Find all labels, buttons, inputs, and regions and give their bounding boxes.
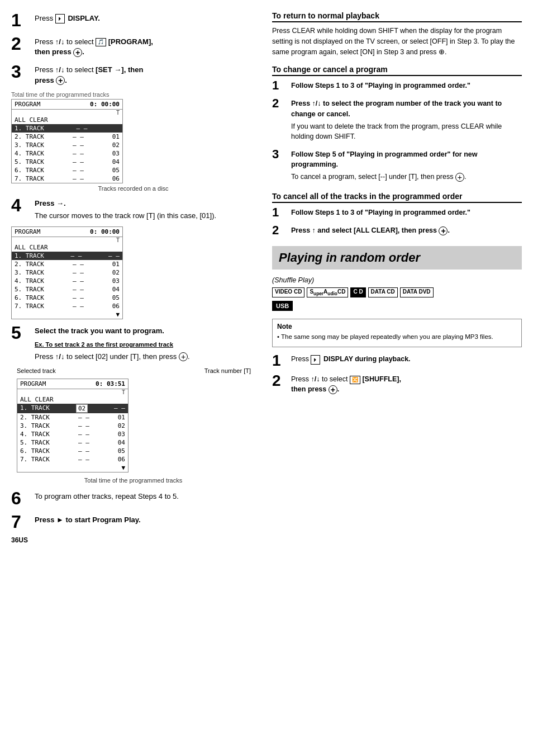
pt1-row-2: 2. TRACK– –01: [12, 133, 122, 141]
return-section: To return to normal playback Press CLEAR…: [272, 11, 522, 57]
step-2-number: 2: [11, 35, 31, 53]
badge-row: VIDEO CD SuperAudioCD C D DATA CD DATA D…: [272, 287, 522, 297]
change-section: To change or cancel a program 1 Follow S…: [272, 65, 522, 184]
step-5-number: 5: [11, 324, 31, 342]
badge-superaudiocd: SuperAudioCD: [307, 287, 348, 297]
table3-label-bottom: Total time of the programmed tracks: [11, 477, 255, 484]
page-number: 36US: [11, 536, 255, 544]
change-step-2-num: 2: [272, 97, 288, 110]
random-step-2: 2 Press ↑/↓ to select 🔀 [SHUFFLE],then p…: [272, 373, 522, 396]
change-step-1-num: 1: [272, 79, 288, 92]
step-6-block: 6 To program other tracks, repeat Steps …: [11, 489, 255, 507]
pt1-title: PROGRAM: [15, 101, 40, 108]
program-table-3-wrap: PROGRAM 0: 03:51 T ALL CLEAR 1. TRACK 02…: [17, 379, 255, 472]
step-4-block: 4 Press →. The cursor moves to the track…: [11, 196, 255, 221]
pt2-row-5: 5. TRACK– –04: [12, 285, 122, 294]
step-7-text: Press ► to start Program Play.: [35, 515, 255, 525]
pt3-row-1: 1. TRACK 02 – –: [17, 404, 128, 413]
pt2-row-6: 6. TRACK– –05: [12, 294, 122, 302]
pt3-title: PROGRAM: [20, 380, 46, 388]
step-6-number: 6: [11, 489, 31, 507]
pt2-title: PROGRAM: [15, 228, 40, 235]
right-column: To return to normal playback Press CLEAR…: [266, 11, 522, 745]
change-heading: To change or cancel a program: [272, 65, 522, 76]
pt3-row-6: 6. TRACK– –05: [17, 447, 128, 455]
step-1-text: Press ⏵ DISPLAY.: [35, 13, 255, 23]
program-table-2: PROGRAM 0: 00:00 T ALL CLEAR 1. TRACK– –…: [11, 226, 123, 319]
change-step-3-num: 3: [272, 148, 288, 160]
pt2-t-indicator: T: [12, 237, 122, 243]
step-5-ex-title: Ex. To set track 2 as the first programm…: [35, 341, 255, 349]
pt2-row-1: 1. TRACK– –– –: [12, 252, 122, 260]
step-1-number: 1: [11, 11, 31, 29]
badge-datacd: DATA CD: [368, 287, 398, 297]
pt3-row-2: 2. TRACK– –01: [17, 413, 128, 422]
step-3-block: 3 Press ↑/↓ to select [SET →], thenpress…: [11, 63, 255, 85]
pt1-row-allclear: ALL CLEAR: [12, 116, 122, 124]
badge-cd: C D: [350, 287, 365, 297]
cancel-step-1: 1 Follow Steps 1 to 3 of "Playing in pro…: [272, 206, 522, 220]
change-step-1: 1 Follow Steps 1 to 3 of "Playing in pro…: [272, 79, 522, 93]
pt3-time: 0: 03:51: [96, 380, 125, 388]
step-4-desc: The cursor moves to the track row [T] (i…: [35, 211, 255, 221]
note-box: Note • The same song may be played repea…: [272, 319, 522, 347]
random-section: Playing in random order (Shuffle Play) V…: [272, 246, 522, 397]
random-step-1-text: Press ⏵ DISPLAY during playback.: [291, 354, 522, 364]
badge-videocd: VIDEO CD: [272, 287, 304, 297]
page: 1 Press ⏵ DISPLAY. 2 Press ↑/↓ to select…: [0, 0, 533, 756]
pt1-time: 0: 00:00: [90, 101, 120, 108]
pt2-time: 0: 00:00: [90, 228, 120, 235]
step-5-block: 5 Select the track you want to program. …: [11, 324, 255, 362]
label-selected-track: Selected track: [17, 367, 56, 374]
step-5-text: Select the track you want to program.: [35, 326, 255, 336]
pt1-row-4: 4. TRACK– –03: [12, 149, 122, 158]
change-step-3-desc: To cancel a program, select [--] under […: [291, 172, 522, 182]
cancel-heading: To cancel all of the tracks in the progr…: [272, 192, 522, 203]
note-text: • The same song may be played repeatedly…: [277, 332, 517, 341]
pt3-row-allclear: ALL CLEAR: [17, 395, 128, 404]
program-table-1: PROGRAM 0: 00:00 T ALL CLEAR 1. TRACK– –…: [11, 99, 123, 183]
change-step-2-desc: If you want to delete the track from the…: [291, 121, 522, 141]
step-3-number: 3: [11, 63, 31, 81]
step-7-number: 7: [11, 513, 31, 531]
track-diagram-labels: Selected track Track number [T]: [11, 367, 255, 374]
step-6-text: To program other tracks, repeat Steps 4 …: [35, 492, 255, 502]
pt1-row-1: 1. TRACK– –: [12, 124, 122, 133]
note-title: Note: [277, 323, 517, 330]
cancel-step-2: 2 Press ↑ and select [ALL CLEAR], then p…: [272, 224, 522, 238]
pt1-row-6: 6. TRACK– –05: [12, 166, 122, 174]
change-step-3-bold: Follow Step 5 of "Playing in programmed …: [291, 149, 522, 169]
random-step-1: 1 Press ⏵ DISPLAY during playback.: [272, 353, 522, 368]
cancel-step-1-num: 1: [272, 206, 288, 219]
step-5-ex-desc: Press ↑/↓ to select [02] under [T], then…: [35, 352, 255, 362]
pt2-scroll: ▼: [12, 310, 122, 319]
step-4-number: 4: [11, 196, 31, 214]
pt2-header: PROGRAM 0: 00:00: [12, 227, 122, 237]
step-1-block: 1 Press ⏵ DISPLAY.: [11, 11, 255, 29]
pt3-scroll: ▼: [17, 464, 128, 472]
pt1-row-7: 7. TRACK– –06: [12, 174, 122, 183]
step-2-text: Press ↑/↓ to select 🎵 [PROGRAM],then pre…: [35, 37, 255, 57]
pt3-row-4: 4. TRACK– –03: [17, 430, 128, 438]
pt1-t-indicator: T: [12, 110, 122, 116]
pt3-row-7: 7. TRACK– –06: [17, 455, 128, 464]
pt2-row-4: 4. TRACK– –03: [12, 277, 122, 285]
left-column: 1 Press ⏵ DISPLAY. 2 Press ↑/↓ to select…: [11, 11, 266, 745]
track-diagram: Selected track Track number [T] PROGRAM …: [11, 367, 255, 484]
pt2-row-3: 3. TRACK– –02: [12, 268, 122, 277]
pt3-t-indicator: T: [17, 389, 128, 395]
random-step-1-num: 1: [272, 353, 288, 368]
table1-label-top: Total time of the programmed tracks: [11, 91, 255, 98]
label-track-number: Track number [T]: [204, 367, 251, 374]
badge-datadvd: DATA DVD: [400, 287, 434, 297]
cancel-section: To cancel all of the tracks in the progr…: [272, 192, 522, 238]
return-heading: To return to normal playback: [272, 11, 522, 22]
step-7-block: 7 Press ► to start Program Play.: [11, 513, 255, 531]
shuffle-subtitle: (Shuffle Play): [272, 275, 522, 286]
return-text: Press CLEAR while holding down SHIFT whe…: [272, 26, 522, 57]
cancel-step-1-text: Follow Steps 1 to 3 of "Playing in progr…: [291, 207, 522, 218]
table1-label-bottom: Tracks recorded on a disc: [11, 185, 255, 192]
change-step-1-text: Follow Steps 1 to 3 of "Playing in progr…: [291, 81, 522, 91]
cancel-step-2-num: 2: [272, 224, 288, 237]
pt1-row-3: 3. TRACK– –02: [12, 141, 122, 149]
